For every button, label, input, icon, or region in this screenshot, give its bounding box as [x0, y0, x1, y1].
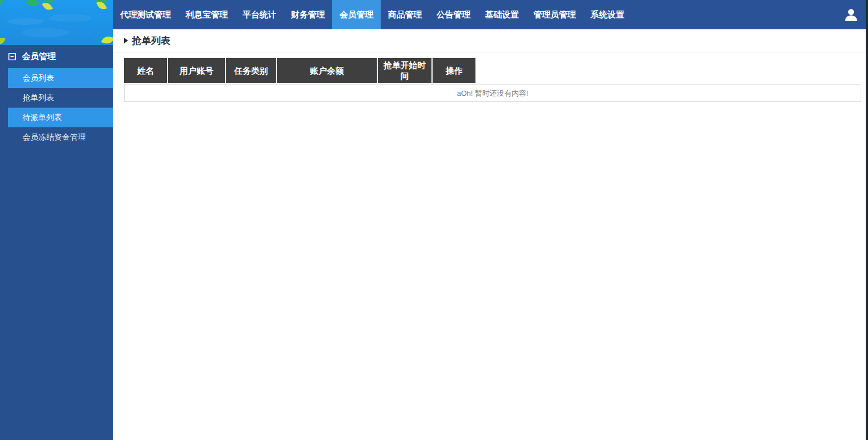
nav-item-finance-management[interactable]: 财务管理: [284, 0, 332, 29]
column-header-task-category: 任务类别: [226, 58, 277, 83]
breadcrumb: 抢单列表: [113, 29, 868, 52]
nav-item-member-management[interactable]: 会员管理: [332, 0, 381, 29]
column-header-user-account: 用户账号: [168, 58, 226, 83]
top-navigation-bar: 代理测试管理 利息宝管理 平台统计 财务管理 会员管理 商品管理 公告管理 基础…: [113, 0, 868, 29]
sidebar-section-member-management[interactable]: 会员管理: [0, 48, 113, 65]
nav-item-admin-management[interactable]: 管理员管理: [526, 0, 583, 29]
window-right-edge: [866, 0, 868, 440]
right-triangle-icon: [124, 38, 128, 43]
sidebar-section-label: 会员管理: [22, 51, 56, 62]
sidebar: 会员管理 会员列表 抢单列表 待派单列表 会员冻结资金管理: [0, 0, 113, 440]
collapse-minus-icon: [8, 53, 16, 60]
leaves-decoration-image: [0, 0, 113, 45]
column-header-account-balance: 账户余额: [277, 58, 378, 83]
table-header-row: 姓名 用户账号 任务类别 账户余额 抢单开始时间 操作: [124, 58, 861, 83]
nav-item-basic-settings[interactable]: 基础设置: [478, 0, 526, 29]
sidebar-item-member-list[interactable]: 会员列表: [8, 68, 113, 88]
sidebar-item-pending-dispatch-list[interactable]: 待派单列表: [8, 108, 113, 127]
column-header-grab-start-time: 抢单开始时间: [378, 58, 433, 83]
nav-item-announcement-management[interactable]: 公告管理: [429, 0, 478, 29]
logo-banner: [0, 0, 113, 45]
nav-item-interest-treasure-management[interactable]: 利息宝管理: [178, 0, 235, 29]
nav-item-agent-test-management[interactable]: 代理测试管理: [113, 0, 178, 29]
page-title: 抢单列表: [132, 34, 170, 47]
nav-item-product-management[interactable]: 商品管理: [381, 0, 429, 29]
column-header-actions: 操作: [433, 58, 477, 83]
empty-state-message: aOh! 暂时还没有内容!: [457, 88, 528, 99]
main-content: 抢单列表 姓名 用户账号 任务类别 账户余额 抢单开始时间 操作 aOh! 暂时…: [113, 29, 868, 440]
sidebar-item-member-frozen-funds[interactable]: 会员冻结资金管理: [0, 127, 113, 147]
nav-spacer: [632, 0, 844, 29]
user-icon[interactable]: [844, 8, 858, 21]
sidebar-menu: 会员列表 抢单列表 待派单列表 会员冻结资金管理: [0, 68, 113, 147]
grab-order-table: 姓名 用户账号 任务类别 账户余额 抢单开始时间 操作 aOh! 暂时还没有内容…: [124, 58, 861, 102]
column-header-name: 姓名: [124, 58, 168, 83]
nav-item-system-settings[interactable]: 系统设置: [583, 0, 632, 29]
nav-item-platform-statistics[interactable]: 平台统计: [235, 0, 284, 29]
sidebar-item-grab-order-list[interactable]: 抢单列表: [0, 88, 113, 108]
table-empty-row: aOh! 暂时还没有内容!: [124, 85, 861, 102]
